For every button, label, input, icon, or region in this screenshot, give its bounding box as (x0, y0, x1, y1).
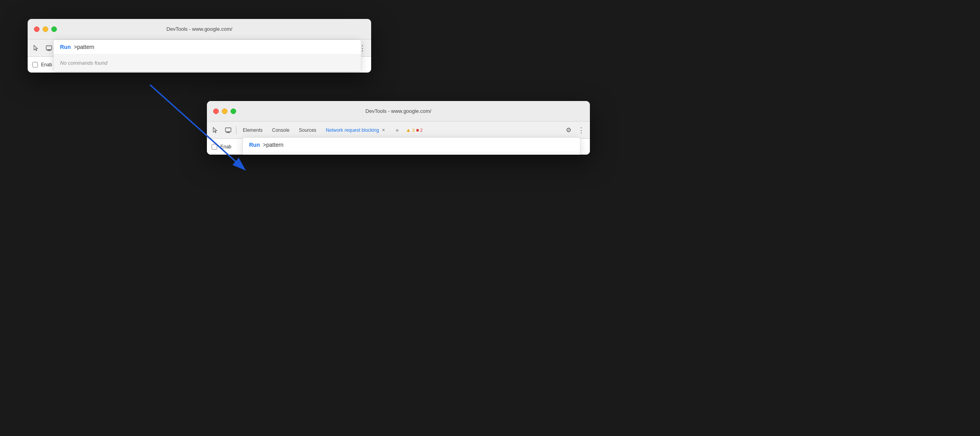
cmd-header-1: Run >pattern (54, 40, 361, 54)
svg-rect-3 (225, 128, 231, 132)
tab-elements-2[interactable]: Elements (239, 126, 267, 135)
device-toolbar-icon[interactable] (43, 43, 54, 54)
maximize-button-1[interactable] (51, 26, 57, 32)
cmd-header-2: Run >pattern (243, 138, 580, 152)
cmd-run-label-2: Run (249, 142, 260, 148)
tab-network-request-blocking-2[interactable]: Network request blocking ✕ (322, 126, 390, 135)
separator-2 (236, 126, 237, 134)
cmd-query-2: >pattern (263, 142, 283, 148)
window-title-1: DevTools - www.google.com/ (167, 26, 233, 32)
enable-checkbox-1[interactable] (32, 62, 38, 67)
cursor-select-icon[interactable] (31, 43, 42, 54)
cmd-run-label-1: Run (60, 44, 71, 50)
titlebar-1: DevTools - www.google.com/ (28, 19, 371, 39)
enable-label-1: Enab (41, 62, 52, 67)
minimize-button-2[interactable] (222, 109, 227, 114)
close-button-2[interactable] (213, 109, 219, 114)
maximize-button-2[interactable] (231, 109, 236, 114)
devtools-window-2: DevTools - www.google.com/ Elements Cons… (207, 101, 590, 155)
cmd-query-1: >pattern (74, 44, 94, 50)
toolbar-2: Elements Console Sources Network request… (207, 122, 590, 139)
device-toolbar-icon-2[interactable] (223, 125, 234, 136)
traffic-lights-2 (213, 109, 236, 114)
command-palette-1: Run >pattern No commands found (53, 39, 361, 72)
tab-sources-2[interactable]: Sources (295, 126, 320, 135)
settings-gear-icon-2[interactable]: ⚙ (563, 125, 574, 136)
devtools-window-1: DevTools - www.google.com/ Elements Cons… (28, 19, 371, 73)
cursor-select-icon-2[interactable] (210, 125, 221, 136)
enable-label-2: Enab (220, 144, 231, 150)
more-tabs-icon-2[interactable]: » (392, 125, 403, 136)
error-count: 2 (420, 128, 422, 133)
titlebar-2: DevTools - www.google.com/ (207, 101, 590, 122)
error-badge: ■ 2 (416, 127, 422, 133)
error-icon: ■ (416, 127, 419, 133)
command-palette-2: Run >pattern Add network request blockin… (242, 137, 580, 155)
cursor-icon-svg-2 (212, 127, 219, 134)
device-icon-svg (45, 45, 53, 52)
window-title-2: DevTools - www.google.com/ (366, 108, 432, 114)
tab-close-2[interactable]: ✕ (381, 127, 386, 133)
cmd-result-add-pattern[interactable]: Add network request blocking pattern Net… (243, 152, 580, 155)
svg-rect-0 (46, 46, 52, 50)
cmd-no-results-1: No commands found (54, 54, 361, 71)
warn-icon: ▲ (406, 127, 411, 133)
badge-group-2: ▲ 3 ■ 2 (406, 127, 422, 133)
tab-console-2[interactable]: Console (268, 126, 293, 135)
enable-checkbox-2[interactable] (212, 144, 217, 150)
warn-count: 3 (412, 128, 415, 133)
traffic-lights-1 (34, 26, 57, 32)
minimize-button-1[interactable] (43, 26, 48, 32)
warn-badge: ▲ 3 (406, 127, 415, 133)
close-button-1[interactable] (34, 26, 39, 32)
cursor-icon-svg (33, 45, 40, 52)
more-options-icon-2[interactable]: ⋮ (576, 125, 587, 136)
device-icon-svg-2 (225, 127, 232, 134)
